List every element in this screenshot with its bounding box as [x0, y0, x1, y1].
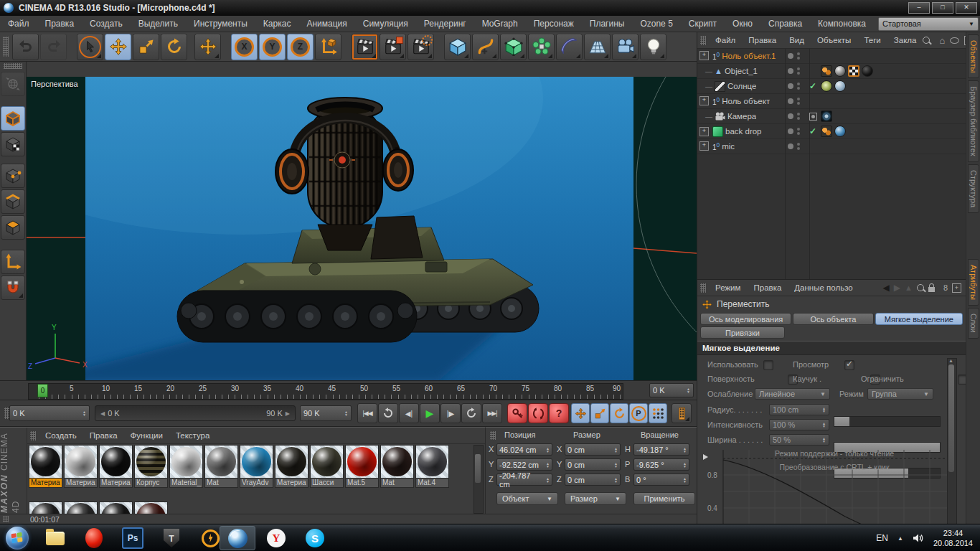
- coords-drag-handle[interactable]: [490, 431, 496, 440]
- toolbar-drag-handle[interactable]: [3, 37, 9, 57]
- menu-character[interactable]: Персонаж: [526, 16, 582, 32]
- add-light-button[interactable]: [640, 34, 666, 60]
- tab-attributes[interactable]: Атрибуты: [968, 259, 979, 306]
- material-label[interactable]: VrayAdv: [240, 479, 273, 488]
- material-tag[interactable]: [834, 126, 846, 137]
- loop-button[interactable]: [461, 403, 481, 423]
- convert-object-button[interactable]: [1, 72, 25, 96]
- material-label[interactable]: Mat: [380, 479, 414, 488]
- object-row[interactable]: —▲Object_1: [697, 64, 966, 79]
- material-label[interactable]: Шасси: [310, 479, 344, 488]
- material-label[interactable]: Материа: [64, 479, 98, 488]
- menu-render[interactable]: Рендеринг: [416, 16, 474, 32]
- home-icon[interactable]: ⌂: [939, 35, 945, 46]
- om-menu-bookmarks[interactable]: Закла: [887, 36, 923, 44]
- preview-checkbox[interactable]: [844, 360, 854, 370]
- live-selection-tool[interactable]: [77, 34, 103, 60]
- minimize-button[interactable]: –: [908, 2, 930, 14]
- material-label[interactable]: Материа: [29, 479, 62, 488]
- am-menu-userdata[interactable]: Данные пользо: [788, 283, 859, 292]
- viewport-camera-label[interactable]: Перспектива: [31, 80, 78, 88]
- position-y-field[interactable]: -92.522 cm▲▼: [496, 458, 552, 471]
- clock[interactable]: 23:4420.08.2014: [933, 528, 973, 549]
- intensity-field[interactable]: 100 %▲▼: [769, 419, 829, 430]
- lock-x-axis-button[interactable]: X: [231, 34, 258, 60]
- position-x-field[interactable]: 46.024 cm▲▼: [496, 443, 552, 456]
- tab-object-axis[interactable]: Ось объекта: [793, 313, 873, 325]
- rotation-p-field[interactable]: -9.625 °▲▼: [633, 458, 689, 471]
- visibility-dots-icon[interactable]: [797, 143, 800, 150]
- visibility-dots-icon[interactable]: [797, 83, 800, 90]
- material-swatch[interactable]: Шасси: [310, 445, 344, 488]
- add-hypernurbs-button[interactable]: [500, 34, 527, 60]
- search-icon[interactable]: [917, 284, 924, 291]
- layer-dot-icon[interactable]: [788, 98, 793, 104]
- enabled-check-icon[interactable]: ✓: [809, 126, 821, 136]
- menu-script[interactable]: Скрипт: [681, 16, 725, 32]
- volume-icon[interactable]: [913, 533, 924, 543]
- key-rotation-toggle[interactable]: [610, 403, 628, 423]
- tab-snapping[interactable]: Привязки: [700, 326, 785, 339]
- stepper-arrows-icon[interactable]: ▲▼: [687, 387, 690, 393]
- taskbar-app-yandex-browser[interactable]: Y: [258, 526, 294, 550]
- add-environment-button[interactable]: [584, 34, 611, 60]
- add-cube-button[interactable]: [444, 34, 471, 60]
- goto-start-button[interactable]: |◀◀: [357, 403, 377, 423]
- menu-simulation[interactable]: Симуляция: [355, 16, 416, 32]
- material-swatch[interactable]: Материа: [29, 445, 62, 488]
- material-swatch[interactable]: Материа: [99, 445, 133, 488]
- rotate-tool[interactable]: [161, 34, 187, 60]
- material-swatch[interactable]: Mat.4: [415, 445, 449, 488]
- start-button[interactable]: [6, 527, 29, 550]
- scale-tool[interactable]: [133, 34, 159, 60]
- key-position-toggle[interactable]: [571, 403, 590, 423]
- tab-content-browser[interactable]: Браузер библиотек: [968, 80, 979, 162]
- tab-structure[interactable]: Структура: [968, 164, 979, 213]
- material-swatch[interactable]: Корпус: [134, 445, 168, 488]
- keyframe-selection-button[interactable]: ?: [549, 403, 569, 423]
- om-menu-edit[interactable]: Правка: [742, 36, 783, 44]
- material-swatch[interactable]: Материа: [64, 445, 98, 488]
- material-swatch[interactable]: Material_: [169, 445, 203, 488]
- phong-tag[interactable]: [821, 65, 832, 77]
- material-swatch[interactable]: Mat.5: [345, 445, 379, 488]
- material-tag[interactable]: [834, 65, 846, 77]
- size-z-field[interactable]: 0 cm▲▼: [565, 474, 621, 486]
- lock-y-axis-button[interactable]: Y: [259, 34, 286, 60]
- object-row[interactable]: +10mic: [697, 139, 966, 154]
- om-menu-objects[interactable]: Объекты: [811, 36, 857, 44]
- material-label[interactable]: Корпус: [134, 479, 168, 488]
- range-left-arrow-icon[interactable]: ◀: [100, 410, 105, 417]
- current-frame-field[interactable]: 0 K▲▼: [649, 383, 694, 397]
- stepper-arrows-icon[interactable]: ▲▼: [344, 410, 348, 416]
- size-mode-dropdown[interactable]: Размер▼: [565, 492, 626, 505]
- position-z-field[interactable]: -204.787 cm▲▼: [496, 474, 552, 486]
- phong-tag[interactable]: [821, 126, 832, 137]
- tab-objects[interactable]: Объекты: [968, 34, 979, 78]
- material-label[interactable]: Mat.5: [345, 479, 379, 488]
- radius-slider[interactable]: [834, 416, 941, 427]
- expand-toggle-icon[interactable]: +: [699, 96, 709, 105]
- status-drag-handle[interactable]: [3, 516, 9, 522]
- material-swatch-partial[interactable]: [134, 501, 168, 514]
- move-tool[interactable]: [105, 34, 131, 60]
- am-menu-mode[interactable]: Режим: [709, 283, 747, 292]
- material-tag[interactable]: [862, 65, 873, 77]
- visibility-dots-icon[interactable]: [797, 98, 800, 105]
- end-frame-field[interactable]: 90 K▲▼: [300, 405, 352, 421]
- material-label[interactable]: Материа: [275, 479, 308, 488]
- taskbar-app-cinema4d[interactable]: [220, 526, 255, 550]
- range-right-arrow-icon[interactable]: ▶: [286, 410, 290, 417]
- add-spline-button[interactable]: [472, 34, 499, 60]
- material-swatch-partial[interactable]: [99, 501, 133, 514]
- axis-mode-button[interactable]: [1, 250, 25, 274]
- expand-toggle-icon[interactable]: +: [699, 51, 709, 60]
- material-label[interactable]: Mat: [204, 479, 238, 488]
- object-row[interactable]: —Солнце ✓: [697, 79, 966, 94]
- material-tag[interactable]: [834, 80, 846, 92]
- lock-z-axis-button[interactable]: Z: [287, 34, 314, 60]
- menu-tools[interactable]: Инструменты: [186, 16, 255, 32]
- play-button[interactable]: ▶: [420, 403, 440, 423]
- sun-expression-tag[interactable]: [821, 80, 832, 92]
- keyframe-presets-button[interactable]: [672, 403, 692, 423]
